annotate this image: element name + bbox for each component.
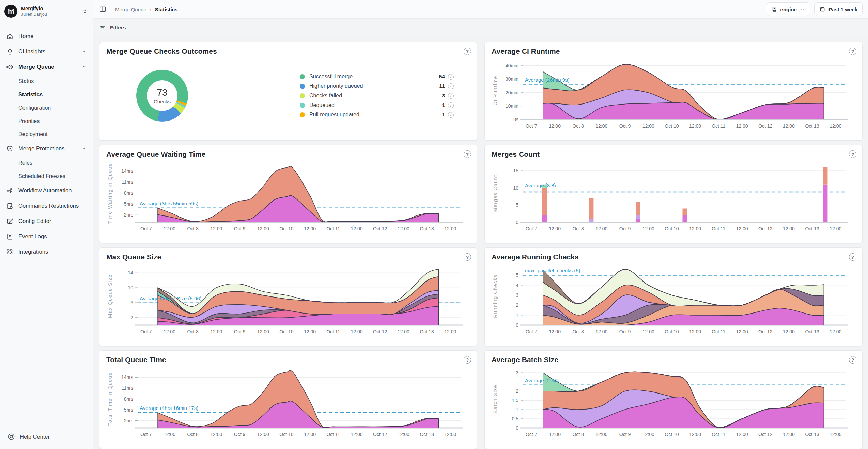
svg-text:12:00: 12:00 xyxy=(595,432,607,437)
merge-queue-icon xyxy=(6,63,14,71)
svg-text:Oct 13: Oct 13 xyxy=(420,329,434,334)
sidebar-item-config-editor[interactable]: Config Editor xyxy=(3,213,89,229)
sidebar-item-deployment[interactable]: Deployment xyxy=(3,128,89,141)
document-lines-icon xyxy=(6,233,14,240)
svg-text:Oct 11: Oct 11 xyxy=(326,329,340,334)
breadcrumb: Merge Queue › Statistics xyxy=(115,6,177,12)
svg-text:Average (4hrs 16min 17s): Average (4hrs 16min 17s) xyxy=(140,405,198,411)
sidebar-item-ci-insights[interactable]: CI Insights xyxy=(3,44,89,59)
svg-text:Oct 10: Oct 10 xyxy=(279,432,293,437)
sidebar-item-status[interactable]: Status xyxy=(3,75,89,88)
svg-text:4: 4 xyxy=(516,283,518,288)
legend-item: Higher priority queued 11 i xyxy=(300,81,454,91)
breadcrumb-statistics: Statistics xyxy=(155,6,178,12)
info-icon[interactable]: i xyxy=(448,112,454,118)
help-circle-icon[interactable]: ? xyxy=(849,253,856,261)
svg-text:12:00: 12:00 xyxy=(830,432,841,437)
breadcrumb-separator: › xyxy=(150,6,152,12)
breadcrumb-merge-queue[interactable]: Merge Queue xyxy=(115,6,146,12)
help-circle-icon[interactable]: ? xyxy=(849,356,856,364)
help-circle-icon[interactable]: ? xyxy=(464,150,471,158)
sidebar-item-commands-restrictions[interactable]: Commands Restrictions xyxy=(3,198,89,213)
sidebar-item-statistics[interactable]: Statistics xyxy=(3,88,89,101)
help-center-link[interactable]: Help Center xyxy=(0,433,93,449)
sidebar-item-priorities[interactable]: Priorities xyxy=(3,114,89,128)
svg-text:12:00: 12:00 xyxy=(351,329,362,334)
svg-text:12:00: 12:00 xyxy=(783,432,795,437)
svg-text:0: 0 xyxy=(516,322,518,328)
sidebar-item-scheduled-freezes[interactable]: Scheduled Freezes xyxy=(3,170,89,183)
sidebar-item-integrations[interactable]: Integrations xyxy=(3,244,89,259)
help-circle-icon[interactable]: ? xyxy=(464,356,471,364)
help-circle-icon[interactable]: ? xyxy=(849,48,856,55)
filters-label[interactable]: Filters xyxy=(110,25,126,31)
sidebar-item-home[interactable]: Home xyxy=(3,29,89,44)
merges-count-chart: 051015Oct 712:00Oct 812:00Oct 912:00Oct … xyxy=(492,160,856,233)
svg-text:12:00: 12:00 xyxy=(736,432,748,437)
sidebar-item-event-logs[interactable]: Event Logs xyxy=(3,229,89,244)
info-icon[interactable]: i xyxy=(448,74,454,80)
help-circle-icon[interactable]: ? xyxy=(464,253,471,261)
svg-text:12:00: 12:00 xyxy=(783,329,795,334)
org-switcher[interactable]: m Mergifyio Julien Danjou xyxy=(0,0,93,22)
org-collapse-icon[interactable] xyxy=(82,8,88,14)
sidebar-item-workflow-automation[interactable]: Workflow Automation xyxy=(3,183,89,198)
sidebar-item-merge-protections[interactable]: Merge Protections xyxy=(3,141,89,156)
svg-text:Merges Count: Merges Count xyxy=(493,175,498,212)
svg-text:Oct 11: Oct 11 xyxy=(326,432,340,437)
svg-text:Oct 13: Oct 13 xyxy=(420,432,434,437)
svg-text:Oct 8: Oct 8 xyxy=(187,226,199,231)
sidebar-item-rules[interactable]: Rules xyxy=(3,156,89,170)
repository-selector[interactable]: engine xyxy=(766,2,810,16)
svg-text:12:00: 12:00 xyxy=(642,123,654,129)
svg-text:12:00: 12:00 xyxy=(642,226,654,231)
svg-text:12:00: 12:00 xyxy=(304,329,316,334)
svg-text:12:00: 12:00 xyxy=(164,226,175,231)
help-circle-icon[interactable]: ? xyxy=(849,150,856,158)
svg-text:CI Runtime: CI Runtime xyxy=(493,76,498,106)
svg-text:12:00: 12:00 xyxy=(549,123,561,129)
svg-text:Oct 9: Oct 9 xyxy=(619,432,631,437)
svg-text:12:00: 12:00 xyxy=(398,329,409,334)
card-title: Total Queue Time xyxy=(106,356,470,364)
time-range-selector[interactable]: Past 1 week xyxy=(814,2,863,16)
svg-text:Oct 10: Oct 10 xyxy=(665,432,679,437)
svg-text:2: 2 xyxy=(130,315,133,320)
sidebar-toggle-icon[interactable] xyxy=(99,5,107,13)
svg-text:12:00: 12:00 xyxy=(257,226,269,231)
legend-color-dot xyxy=(300,74,305,79)
svg-text:12:00: 12:00 xyxy=(444,226,456,231)
donut-total-value: 73 xyxy=(157,87,167,98)
time-range-label: Past 1 week xyxy=(828,6,857,12)
svg-text:12:00: 12:00 xyxy=(351,226,362,231)
svg-text:Running Checks: Running Checks xyxy=(493,274,498,318)
repository-name: engine xyxy=(780,6,797,12)
svg-text:12:00: 12:00 xyxy=(783,226,795,231)
info-icon[interactable]: i xyxy=(448,93,454,99)
svg-text:2hrs: 2hrs xyxy=(124,418,133,423)
info-icon[interactable]: i xyxy=(448,83,454,89)
svg-text:12:00: 12:00 xyxy=(549,329,561,334)
svg-text:10: 10 xyxy=(513,185,518,191)
sidebar-item-merge-queue[interactable]: Merge Queue xyxy=(3,59,89,75)
info-icon[interactable]: i xyxy=(448,102,454,108)
svg-text:2: 2 xyxy=(516,388,518,394)
sidebar-item-configuration[interactable]: Configuration xyxy=(3,101,89,114)
help-circle-icon[interactable]: ? xyxy=(464,48,471,55)
svg-text:Oct 13: Oct 13 xyxy=(805,432,819,437)
svg-text:Oct 11: Oct 11 xyxy=(712,123,725,129)
svg-text:8hrs: 8hrs xyxy=(124,396,133,402)
card-max-queue-size: Max Queue Size ? 261014Oct 712:00Oct 812… xyxy=(99,247,477,346)
checks-outcomes-legend: Successful merge 54 i Higher priority qu… xyxy=(300,72,454,119)
svg-text:Oct 11: Oct 11 xyxy=(326,226,340,231)
filter-icon[interactable] xyxy=(99,24,106,31)
svg-text:12:00: 12:00 xyxy=(210,329,222,334)
svg-text:Oct 8: Oct 8 xyxy=(187,432,199,437)
svg-text:Oct 8: Oct 8 xyxy=(572,329,584,334)
svg-text:12:00: 12:00 xyxy=(830,123,841,129)
svg-text:0s: 0s xyxy=(513,117,518,122)
svg-text:Average (8.8): Average (8.8) xyxy=(525,182,556,188)
svg-text:12:00: 12:00 xyxy=(210,432,222,437)
svg-text:Average (3hrs 55min 59s): Average (3hrs 55min 59s) xyxy=(140,201,198,206)
card-average-ci-runtime: Average CI Runtime ? 0s10min20min30min40… xyxy=(484,42,863,141)
